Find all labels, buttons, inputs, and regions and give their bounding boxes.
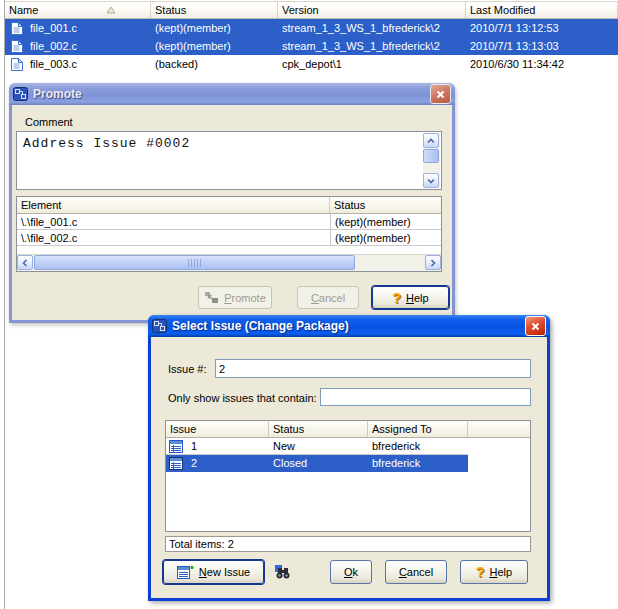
issue-number-input[interactable]	[215, 359, 531, 378]
issue-number: 2	[191, 457, 197, 469]
file-modified: 2010/6/30 11:34:42	[466, 58, 618, 70]
element-table: Element Status \.\file_001.c (kept)(memb…	[16, 196, 442, 272]
file-version: stream_1_3_WS_1_bfrederick\2	[278, 22, 466, 34]
issue-status: New	[269, 438, 368, 454]
thumb-grip	[188, 259, 201, 267]
element-row[interactable]: \.\file_001.c (kept)(member)	[17, 214, 441, 230]
button-label: Help	[489, 566, 512, 578]
file-version: stream_1_3_WS_1_bfrederick\2	[278, 40, 466, 52]
issues-table: Issue Status Assigned To 1 New bfrederic…	[165, 420, 531, 532]
dialog-title: Promote	[32, 87, 82, 101]
comment-text: Address Issue #0002	[17, 132, 441, 155]
column-header-label: Status	[334, 199, 365, 211]
accurev-app-icon	[13, 87, 28, 101]
file-status: (backed)	[151, 58, 278, 70]
element-path: \.\file_002.c	[17, 230, 330, 245]
column-header-last-modified[interactable]: Last Modified	[466, 2, 618, 18]
file-row[interactable]: file_002.c (kept)(member) stream_1_3_WS_…	[5, 37, 618, 55]
column-header-status[interactable]: Status	[269, 421, 368, 437]
select-issue-dialog-titlebar[interactable]: Select Issue (Change Package)	[148, 315, 550, 337]
select-issue-dialog: Select Issue (Change Package) Issue #: O…	[148, 315, 550, 601]
file-icon	[10, 21, 24, 36]
close-icon	[530, 321, 541, 332]
filter-label: Only show issues that contain:	[168, 392, 317, 404]
comment-input[interactable]: Address Issue #0002	[16, 131, 442, 190]
issues-table-header: Issue Status Assigned To	[166, 421, 530, 438]
help-icon: ?	[392, 290, 401, 306]
sort-ascending-icon	[106, 6, 116, 14]
file-row[interactable]: file_001.c (kept)(member) stream_1_3_WS_…	[5, 19, 618, 37]
scroll-right-button[interactable]	[425, 255, 441, 270]
column-header-label: Assigned To	[372, 423, 432, 435]
chevron-up-icon	[427, 137, 435, 145]
element-table-hscrollbar	[17, 254, 441, 271]
issue-icon	[169, 457, 183, 470]
issue-row[interactable]: 2 Closed bfrederick	[166, 455, 468, 472]
issue-row[interactable]: 1 New bfrederick	[166, 438, 468, 455]
file-list-table: Name Status Version Last Modified file_0…	[5, 1, 618, 73]
new-issue-button[interactable]: New Issue	[163, 560, 264, 584]
file-version: cpk_depot\1	[278, 58, 466, 70]
column-header-status[interactable]: Status	[330, 197, 441, 213]
issue-status: Closed	[269, 455, 368, 471]
chevron-down-icon	[427, 177, 435, 185]
issue-assigned-to: bfrederick	[368, 455, 468, 471]
button-label: Cancel	[399, 566, 433, 578]
scroll-left-button[interactable]	[17, 255, 33, 270]
button-label: New Issue	[199, 566, 250, 578]
element-status: (kept)(member)	[330, 214, 441, 229]
column-header-element[interactable]: Element	[17, 197, 330, 213]
file-row[interactable]: file_003.c (backed) cpk_depot\1 2010/6/3…	[5, 55, 618, 73]
cancel-button: Cancel	[297, 286, 359, 309]
issue-number: 1	[191, 440, 197, 452]
column-header-issue[interactable]: Issue	[166, 421, 269, 437]
vertical-scroll-thumb[interactable]	[423, 149, 439, 163]
close-button[interactable]	[525, 316, 546, 336]
cancel-button[interactable]: Cancel	[385, 560, 447, 584]
column-header-label: Element	[21, 199, 61, 211]
chevron-left-icon	[21, 259, 29, 267]
promote-dialog-titlebar[interactable]: Promote	[9, 83, 455, 105]
element-status: (kept)(member)	[330, 230, 441, 245]
button-label: Ok	[344, 566, 358, 578]
column-header-label: Name	[9, 4, 38, 16]
new-issue-icon	[177, 564, 194, 580]
chevron-right-icon	[429, 259, 437, 267]
column-header-label: Issue	[170, 423, 196, 435]
close-icon	[435, 89, 446, 100]
comment-label: Comment	[25, 116, 73, 128]
file-name: file_002.c	[30, 40, 77, 52]
total-items-text: Total items: 2	[169, 538, 234, 550]
column-header-label: Status	[273, 423, 304, 435]
column-header-label: Version	[282, 4, 319, 16]
help-button[interactable]: ? Help	[372, 286, 449, 309]
column-header-assigned-to[interactable]: Assigned To	[368, 421, 468, 437]
element-table-header: Element Status	[17, 197, 441, 214]
column-header-name[interactable]: Name	[5, 2, 151, 18]
issue-number-label: Issue #:	[168, 363, 207, 375]
close-button[interactable]	[430, 84, 451, 104]
dialog-title: Select Issue (Change Package)	[171, 319, 349, 333]
scroll-up-button[interactable]	[423, 133, 439, 148]
horizontal-scroll-thumb[interactable]	[34, 255, 355, 270]
column-header-status[interactable]: Status	[151, 2, 278, 18]
file-status: (kept)(member)	[151, 22, 278, 34]
total-items-bar: Total items: 2	[165, 536, 531, 552]
file-modified: 2010/7/1 13:12:53	[466, 22, 618, 34]
column-header-label: Last Modified	[470, 4, 535, 16]
file-status: (kept)(member)	[151, 40, 278, 52]
filter-input[interactable]	[320, 388, 531, 406]
promote-button: Promote	[198, 286, 272, 309]
file-icon	[10, 57, 24, 72]
binoculars-icon	[274, 564, 291, 580]
file-icon	[10, 39, 24, 54]
column-header-version[interactable]: Version	[278, 2, 466, 18]
ok-button[interactable]: Ok	[330, 560, 372, 584]
help-button[interactable]: ? Help	[460, 560, 528, 584]
find-issue-button[interactable]	[273, 563, 291, 581]
file-name: file_003.c	[30, 58, 77, 70]
scroll-down-button[interactable]	[423, 173, 439, 188]
element-row[interactable]: \.\file_002.c (kept)(member)	[17, 230, 441, 246]
file-modified: 2010/7/1 13:13:03	[466, 40, 618, 52]
promote-dialog: Promote Comment Address Issue #0002 Elem…	[9, 83, 455, 323]
